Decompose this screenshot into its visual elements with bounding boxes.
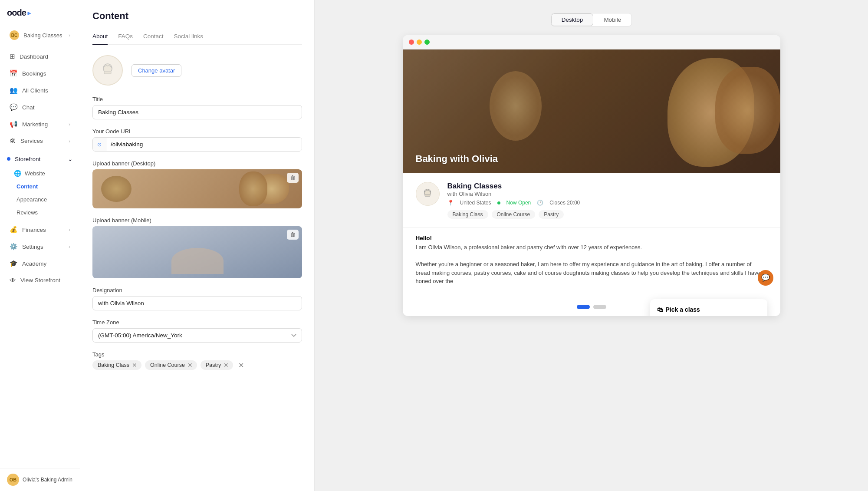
content-tabs: About FAQs Contact Social links bbox=[92, 30, 302, 45]
logo: oode► bbox=[0, 0, 80, 26]
pagination-dot-1[interactable] bbox=[577, 305, 590, 309]
finances-icon: 💰 bbox=[10, 226, 18, 234]
chat-bubble-button[interactable]: 💬 bbox=[758, 270, 773, 286]
sidebar-label-bookings: Bookings bbox=[22, 70, 46, 77]
store-subtitle: with Olivia Wilson bbox=[447, 191, 767, 197]
user-avatar: OB bbox=[7, 474, 19, 486]
tags-container: Baking Class ✕ Online Course ✕ Pastry ✕ … bbox=[92, 360, 302, 370]
page-title: Content bbox=[92, 10, 302, 22]
sidebar-item-marketing[interactable]: 📢 Marketing › bbox=[3, 116, 77, 132]
remove-tag-baking-class[interactable]: ✕ bbox=[132, 362, 137, 368]
tab-social-links[interactable]: Social links bbox=[174, 30, 204, 45]
bread-shape-3 bbox=[490, 71, 542, 141]
store-tags: Baking Class Online Course Pastry bbox=[447, 210, 767, 219]
pick-class-widget: 🛍 Pick a class Subscriptions Services RE… bbox=[650, 299, 767, 316]
title-input[interactable] bbox=[92, 105, 302, 119]
sidebar-item-website[interactable]: 🌐 Website bbox=[0, 167, 80, 180]
sidebar-item-business[interactable]: BC Baking Classes › bbox=[3, 26, 77, 44]
chevron-finances: › bbox=[69, 227, 70, 232]
desktop-toggle-button[interactable]: Desktop bbox=[551, 13, 594, 26]
designation-input[interactable] bbox=[92, 296, 302, 310]
sidebar-label-content: Content bbox=[16, 183, 38, 190]
remove-tag-online-course[interactable]: ✕ bbox=[187, 362, 193, 368]
delete-mobile-banner-button[interactable]: 🗑 bbox=[287, 230, 299, 240]
chat-icon: 💬 bbox=[10, 103, 18, 111]
sidebar-item-bookings[interactable]: 📅 Bookings bbox=[3, 65, 77, 82]
logo-arrow: ► bbox=[26, 10, 33, 16]
right-panel: Desktop Mobile Baking with Olivia bbox=[315, 0, 868, 491]
browser-maximize-btn[interactable] bbox=[424, 40, 430, 45]
sidebar-item-content[interactable]: Content bbox=[11, 180, 77, 193]
browser-close-btn[interactable] bbox=[409, 40, 414, 45]
sidebar-item-storefront[interactable]: Storefront ⌄ bbox=[0, 151, 80, 167]
sidebar-footer: OB Olivia's Baking Admin bbox=[0, 468, 80, 491]
tag-baking-class: Baking Class ✕ bbox=[92, 360, 141, 370]
sidebar-item-chat[interactable]: 💬 Chat bbox=[3, 99, 77, 115]
sidebar-item-reviews[interactable]: Reviews bbox=[11, 206, 77, 219]
sidebar-item-settings[interactable]: ⚙️ Settings › bbox=[3, 238, 77, 255]
banner-mobile-label: Upload banner (Mobile) bbox=[92, 217, 302, 224]
oode-url-icon: ⊙ bbox=[93, 138, 106, 151]
preview-toggle: Desktop Mobile bbox=[551, 13, 632, 26]
sidebar-item-academy[interactable]: 🎓 Academy bbox=[3, 255, 77, 272]
timezone-group: Time Zone (GMT-05:00) America/New_York bbox=[92, 319, 302, 343]
tab-contact[interactable]: Contact bbox=[143, 30, 164, 45]
user-name: Olivia's Baking Admin bbox=[23, 477, 72, 483]
sidebar-label-storefront: Storefront bbox=[15, 156, 40, 162]
delete-desktop-banner-button[interactable]: 🗑 bbox=[287, 173, 299, 183]
bread-shape-2 bbox=[715, 67, 780, 154]
sidebar-label-view-storefront: View Storefront bbox=[20, 277, 60, 283]
left-panel-body: Change avatar Title Your Oode URL ⊙ Uplo… bbox=[80, 45, 314, 389]
sidebar-label-marketing: Marketing bbox=[22, 121, 48, 128]
sidebar-label-services: Services bbox=[20, 138, 43, 144]
calendar-icon: 📅 bbox=[10, 69, 18, 77]
hero-banner: Baking with Olivia bbox=[403, 49, 780, 173]
bag-icon: 🛍 bbox=[657, 306, 663, 313]
sidebar-item-all-clients[interactable]: 👥 All Clients bbox=[3, 82, 77, 99]
chevron-marketing: › bbox=[69, 122, 70, 127]
chevron-right-icon: › bbox=[69, 33, 70, 38]
sidebar: oode► BC Baking Classes › ⊞ Dashboard 📅 … bbox=[0, 0, 80, 491]
users-icon: 👥 bbox=[10, 86, 18, 94]
change-avatar-button[interactable]: Change avatar bbox=[132, 64, 181, 77]
url-group: Your Oode URL ⊙ bbox=[92, 128, 302, 152]
tags-group: Tags Baking Class ✕ Online Course ✕ Past… bbox=[92, 351, 302, 370]
sidebar-item-dashboard[interactable]: ⊞ Dashboard bbox=[3, 48, 77, 65]
sidebar-business-label: Baking Classes bbox=[23, 32, 62, 39]
chef-hat-icon bbox=[99, 62, 116, 79]
description-text: I am Olivia Wilson, a professional baker… bbox=[416, 243, 767, 286]
tab-faqs[interactable]: FAQs bbox=[118, 30, 133, 45]
sidebar-item-finances[interactable]: 💰 Finances › bbox=[3, 221, 77, 238]
store-name: Baking Classes bbox=[447, 182, 767, 191]
chevron-settings: › bbox=[69, 244, 70, 249]
store-meta: 📍 United States Now Open 🕐 Closes 20:00 bbox=[447, 200, 767, 206]
url-input[interactable] bbox=[106, 138, 302, 151]
designation-group: Designation bbox=[92, 287, 302, 310]
browser-minimize-btn[interactable] bbox=[417, 40, 422, 45]
left-panel: Content About FAQs Contact Social links … bbox=[80, 0, 315, 491]
pagination-dot-2[interactable] bbox=[593, 305, 606, 309]
url-input-wrapper: ⊙ bbox=[92, 137, 302, 152]
main-area: Content About FAQs Contact Social links … bbox=[80, 0, 868, 491]
browser-bar bbox=[403, 35, 780, 49]
timezone-select[interactable]: (GMT-05:00) America/New_York bbox=[92, 328, 302, 343]
globe-icon: 🌐 bbox=[14, 170, 21, 177]
sidebar-item-view-storefront[interactable]: 👁 View Storefront bbox=[3, 272, 77, 288]
banner-desktop-upload: 🗑 bbox=[92, 169, 302, 208]
store-description: Hello! I am Olivia Wilson, a professiona… bbox=[403, 228, 780, 293]
sidebar-item-appearance[interactable]: Appearance bbox=[11, 193, 77, 206]
sidebar-label-academy: Academy bbox=[22, 260, 46, 267]
sidebar-label-reviews: Reviews bbox=[16, 209, 38, 216]
mobile-toggle-button[interactable]: Mobile bbox=[593, 13, 631, 26]
tab-about[interactable]: About bbox=[92, 30, 108, 45]
settings-icon: ⚙️ bbox=[10, 243, 18, 250]
sidebar-label-appearance: Appearance bbox=[16, 196, 47, 203]
store-tag-pastry: Pastry bbox=[539, 210, 564, 219]
sidebar-item-services[interactable]: 🛠 Services › bbox=[3, 133, 77, 149]
remove-all-icon[interactable]: ✕ bbox=[238, 361, 244, 369]
remove-tag-pastry[interactable]: ✕ bbox=[224, 362, 229, 368]
store-details: Baking Classes with Olivia Wilson 📍 Unit… bbox=[447, 182, 767, 219]
designation-label: Designation bbox=[92, 287, 302, 293]
sidebar-label-chat: Chat bbox=[22, 104, 35, 111]
banner-desktop-group: Upload banner (Desktop) 🗑 bbox=[92, 160, 302, 208]
